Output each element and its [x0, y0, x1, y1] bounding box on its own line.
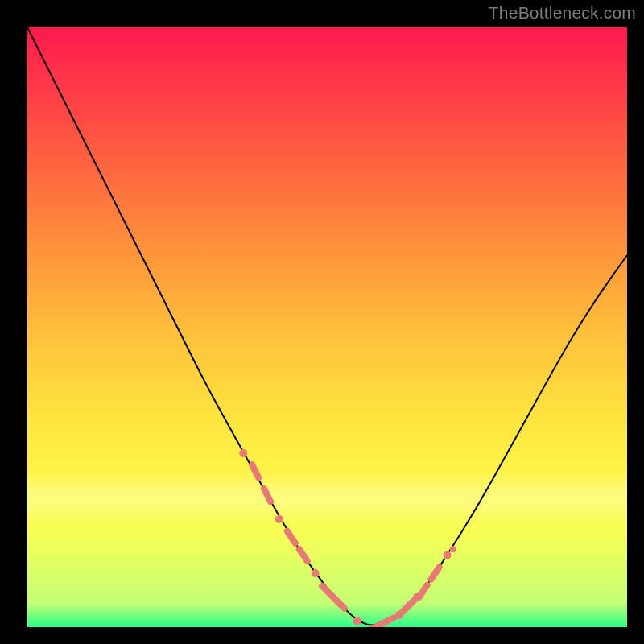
watermark-text: TheBottleneck.com [489, 3, 636, 23]
marker-dash [252, 464, 258, 477]
marker-dot [353, 617, 361, 625]
marker-dash [381, 618, 394, 625]
marker-dash [264, 489, 270, 502]
marker-dash [431, 567, 440, 579]
chart-area [27, 27, 627, 627]
marker-dash [334, 598, 345, 609]
marker-dash [299, 549, 308, 561]
marker-dash [419, 585, 427, 597]
curve-layer [27, 27, 627, 627]
marker-dash [287, 531, 295, 543]
marker-dot [239, 449, 247, 457]
marker-dot [275, 515, 283, 523]
marker-dot [312, 569, 320, 577]
marker-dash [322, 586, 332, 597]
marker-dot [444, 551, 452, 559]
bottleneck-curve [27, 27, 627, 625]
highlighted-markers [239, 449, 453, 627]
